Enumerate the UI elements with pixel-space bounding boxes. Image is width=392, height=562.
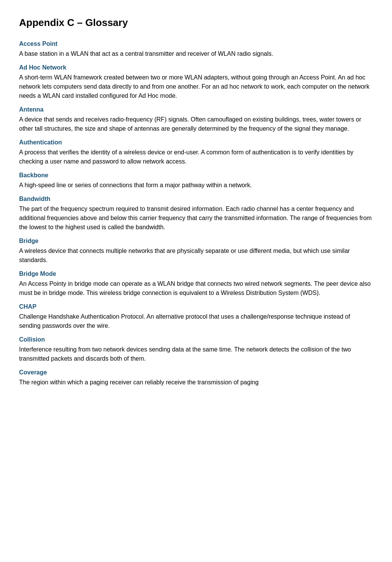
page-title: Appendix C – Glossary bbox=[19, 15, 373, 30]
glossary-term: CHAP bbox=[19, 302, 373, 311]
glossary-definition: The region within which a paging receive… bbox=[19, 378, 373, 387]
glossary-term: Backbone bbox=[19, 171, 373, 180]
glossary-definition: A process that verifies the identity of … bbox=[19, 148, 373, 166]
glossary-term: Bridge bbox=[19, 236, 373, 246]
glossary-term: Bridge Mode bbox=[19, 269, 373, 279]
glossary-term: Collision bbox=[19, 335, 373, 344]
glossary-definition: A wireless device that connects multiple… bbox=[19, 246, 373, 265]
glossary-term: Ad Hoc Network bbox=[19, 63, 373, 72]
glossary-definition: Interference resulting from two network … bbox=[19, 345, 373, 363]
glossary-definition: Challenge Handshake Authentication Proto… bbox=[19, 312, 373, 330]
glossary-definition: An Access Pointy in bridge mode can oper… bbox=[19, 279, 373, 298]
glossary-definition: A high-speed line or series of connectio… bbox=[19, 181, 373, 190]
glossary-term: Bandwidth bbox=[19, 194, 373, 204]
glossary-term: Access Point bbox=[19, 39, 373, 49]
glossary-term: Antenna bbox=[19, 105, 373, 114]
glossary-definition: A base station in a WLAN that act as a c… bbox=[19, 49, 373, 58]
glossary-definition: A short-term WLAN framework created betw… bbox=[19, 73, 373, 100]
glossary-term: Authentication bbox=[19, 138, 373, 147]
glossary-term: Coverage bbox=[19, 368, 373, 377]
glossary-definition: A device that sends and receives radio-f… bbox=[19, 115, 373, 133]
glossary-container: Access PointA base station in a WLAN tha… bbox=[19, 39, 373, 387]
glossary-definition: The part of the frequency spectrum requi… bbox=[19, 204, 373, 232]
